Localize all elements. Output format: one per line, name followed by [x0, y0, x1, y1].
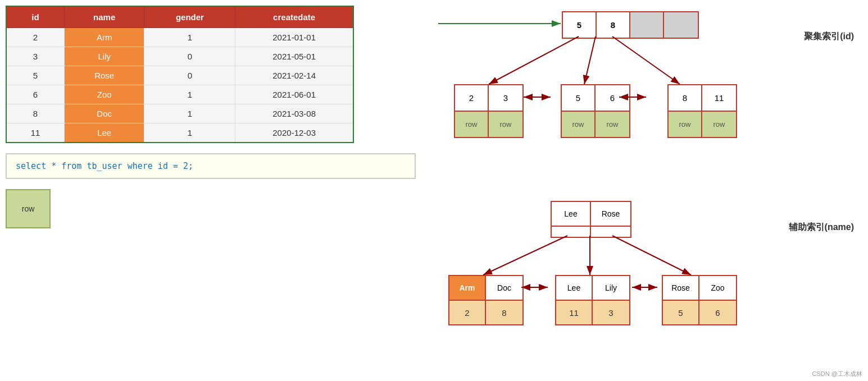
sn1-id2: 8	[486, 301, 522, 324]
right-panel: 聚集索引(id) 5 8 2 3 row row 5 6 row	[438, 0, 865, 381]
croot-cell-2: 8	[597, 12, 630, 38]
col-header-createdate: createdate	[235, 6, 353, 28]
aux-index-label: 辅助索引(name)	[789, 222, 854, 233]
sroot-cell-1: Lee	[552, 202, 591, 226]
cell-createdate: 2020-12-03	[235, 123, 353, 143]
cell-createdate: 2021-03-08	[235, 104, 353, 123]
svg-line-4	[584, 36, 596, 84]
sn1-t1: Arm	[449, 276, 486, 300]
cn3-b2: row	[702, 112, 736, 137]
croot-cell-3	[630, 12, 664, 38]
secondary-node-2: Lee Lily 11 3	[555, 275, 630, 325]
cell-id: 8	[6, 104, 64, 123]
watermark: CSDN @工木成林	[812, 370, 862, 378]
secondary-root-node: Lee Rose	[551, 201, 631, 238]
cell-gender: 1	[144, 123, 235, 143]
secondary-node-1: Arm Doc 2 8	[448, 275, 524, 325]
col-header-gender: gender	[144, 6, 235, 28]
cluster-level2: 2 3 row row 5 6 row row 8 11	[444, 84, 747, 138]
secondary-level2: Arm Doc 2 8 Lee Lily 11 3 Rose Zoo	[438, 275, 747, 325]
row-result-label: row	[22, 204, 35, 213]
cell-id: 6	[6, 85, 64, 104]
sroot-sub-1	[552, 227, 591, 237]
table-row: 3Lily02021-05-01	[6, 47, 353, 66]
cn3-t2: 11	[702, 85, 736, 111]
cn2-b1: row	[562, 112, 596, 137]
croot-cell-4	[664, 12, 698, 38]
cluster-index-label: 聚集索引(id)	[804, 31, 854, 43]
cell-gender: 1	[144, 85, 235, 104]
sql-text: select * from tb_user where id = 2;	[16, 161, 193, 171]
cell-name: Doc	[64, 104, 144, 123]
left-panel: id name gender createdate 2Arm12021-01-0…	[6, 6, 371, 228]
sn1-t2: Doc	[486, 276, 522, 300]
sql-box: select * from tb_user where id = 2;	[6, 153, 416, 179]
cluster-node-2: 5 6 row row	[561, 84, 630, 138]
croot-cell-1: 5	[563, 12, 597, 38]
sn3-t1: Rose	[663, 276, 699, 300]
col-header-name: name	[64, 6, 144, 28]
sn2-id1: 11	[556, 301, 593, 324]
secondary-node-3: Rose Zoo 5 6	[662, 275, 737, 325]
cluster-node-3: 8 11 row row	[667, 84, 737, 138]
cell-name: Lee	[64, 123, 144, 143]
table-row: 8Doc12021-03-08	[6, 104, 353, 123]
cell-createdate: 2021-06-01	[235, 85, 353, 104]
cn3-t1: 8	[669, 85, 702, 111]
sn1-id1: 2	[449, 301, 486, 324]
row-result-box: row	[6, 189, 51, 228]
cell-createdate: 2021-01-01	[235, 28, 353, 47]
cn1-t1: 2	[455, 85, 489, 111]
cell-id: 2	[6, 28, 64, 47]
cn2-t1: 5	[562, 85, 596, 111]
cn1-b1: row	[455, 112, 489, 137]
cn2-b2: row	[596, 112, 629, 137]
cluster-root-node: 5 8	[562, 11, 699, 39]
data-table: id name gender createdate 2Arm12021-01-0…	[6, 6, 354, 143]
sn2-t1: Lee	[556, 276, 593, 300]
cell-name: Rose	[64, 66, 144, 85]
cn1-t2: 3	[489, 85, 522, 111]
cell-createdate: 2021-02-14	[235, 66, 353, 85]
cn3-b1: row	[669, 112, 702, 137]
cluster-node-1: 2 3 row row	[454, 84, 524, 138]
cell-id: 5	[6, 66, 64, 85]
cell-name: Zoo	[64, 85, 144, 104]
svg-line-12	[612, 236, 691, 275]
cell-gender: 1	[144, 104, 235, 123]
svg-line-10	[483, 236, 567, 275]
cell-createdate: 2021-05-01	[235, 47, 353, 66]
table-row: 5Rose02021-02-14	[6, 66, 353, 85]
sroot-sub-2	[591, 227, 630, 237]
cell-gender: 0	[144, 47, 235, 66]
table-row: 11Lee12020-12-03	[6, 123, 353, 143]
cell-id: 3	[6, 47, 64, 66]
sn3-id2: 6	[699, 301, 736, 324]
cell-name: Lily	[64, 47, 144, 66]
cell-id: 11	[6, 123, 64, 143]
cell-gender: 1	[144, 28, 235, 47]
sn3-t2: Zoo	[699, 276, 736, 300]
cell-gender: 0	[144, 66, 235, 85]
cn1-b2: row	[489, 112, 522, 137]
svg-line-5	[612, 36, 680, 84]
sn3-id1: 5	[663, 301, 699, 324]
svg-line-3	[489, 36, 579, 84]
cn2-t2: 6	[596, 85, 629, 111]
sn2-id2: 3	[593, 301, 629, 324]
sn2-t2: Lily	[593, 276, 629, 300]
cell-name: Arm	[64, 28, 144, 47]
col-header-id: id	[6, 6, 64, 28]
sroot-cell-2: Rose	[591, 202, 630, 226]
table-row: 2Arm12021-01-01	[6, 28, 353, 47]
table-row: 6Zoo12021-06-01	[6, 85, 353, 104]
